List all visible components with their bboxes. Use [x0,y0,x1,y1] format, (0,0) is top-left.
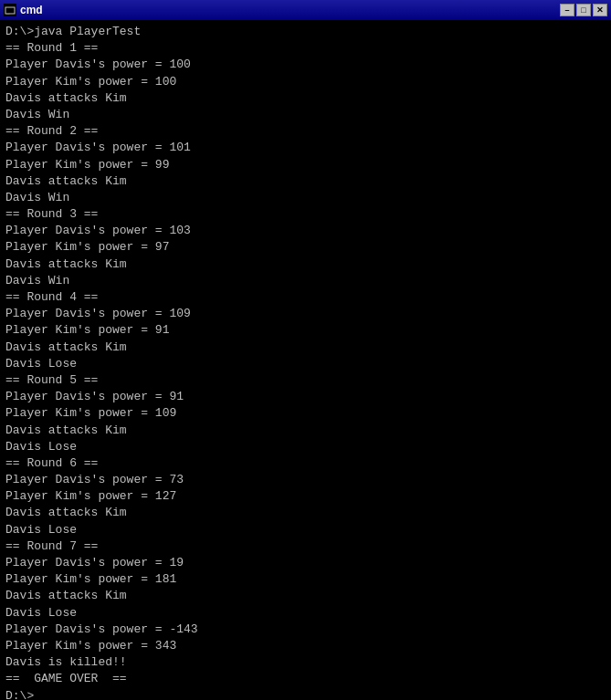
console-line: Player Kim's power = 109 [5,405,606,422]
console-line: Player Davis's power = 19 [5,555,606,571]
console-line: == Round 5 == [5,372,606,389]
console-line: == Round 2 == [5,123,606,140]
console-line: Davis attacks Kim [5,173,606,190]
console-line: Player Davis's power = 109 [5,306,606,322]
titlebar-title: cmd [20,4,43,16]
titlebar-buttons: – □ ✕ [560,4,607,16]
titlebar-left: _ cmd [4,4,43,16]
console-line: == GAME OVER == [5,671,606,687]
console-line: Player Kim's power = 99 [5,157,606,173]
console-line: Player Kim's power = 100 [5,74,606,90]
console-line: == Round 1 == [5,40,606,57]
console-line: Davis is killed!! [5,654,606,671]
console-line: Davis attacks Kim [5,588,606,604]
console-line: Davis Win [5,273,606,289]
console-line: Davis Win [5,107,606,123]
console-line: == Round 6 == [5,455,606,472]
console-line: Player Kim's power = 343 [5,638,606,654]
console-line: Player Davis's power = 103 [5,223,606,239]
console-line: D:\>java PlayerTest [5,24,606,40]
cmd-icon: _ [4,4,16,16]
console-line: == Round 7 == [5,538,606,555]
console-line: Player Kim's power = 181 [5,571,606,588]
console-line: Davis Win [5,190,606,206]
console-line: Player Davis's power = 101 [5,140,606,156]
console-line: Player Davis's power = 91 [5,389,606,405]
console-line: Davis Lose [5,356,606,372]
console-line: Player Kim's power = 97 [5,239,606,256]
console-line: Davis Lose [5,522,606,538]
maximize-button[interactable]: □ [576,4,591,16]
console-line: Davis Lose [5,439,606,455]
console-line: == Round 3 == [5,206,606,223]
console-line: Davis attacks Kim [5,505,606,521]
close-button[interactable]: ✕ [593,4,607,16]
titlebar: _ cmd – □ ✕ [0,0,611,20]
console-line: Player Kim's power = 91 [5,322,606,339]
console-line: Davis attacks Kim [5,90,606,107]
svg-text:_: _ [6,7,10,15]
console-line: Davis attacks Kim [5,423,606,439]
console-line: == Round 4 == [5,289,606,306]
console-line: Player Kim's power = 127 [5,488,606,505]
console-line: Davis Lose [5,605,606,622]
console-line: Player Davis's power = 100 [5,57,606,73]
minimize-button[interactable]: – [560,4,574,16]
console-output: D:\>java PlayerTest== Round 1 ==Player D… [0,20,611,700]
cmd-window: _ cmd – □ ✕ D:\>java PlayerTest== Round … [0,0,611,700]
console-line: Player Davis's power = -143 [5,622,606,638]
console-line: D:\> [5,688,606,701]
console-line: Player Davis's power = 73 [5,472,606,488]
console-line: Davis attacks Kim [5,340,606,356]
console-line: Davis attacks Kim [5,256,606,273]
